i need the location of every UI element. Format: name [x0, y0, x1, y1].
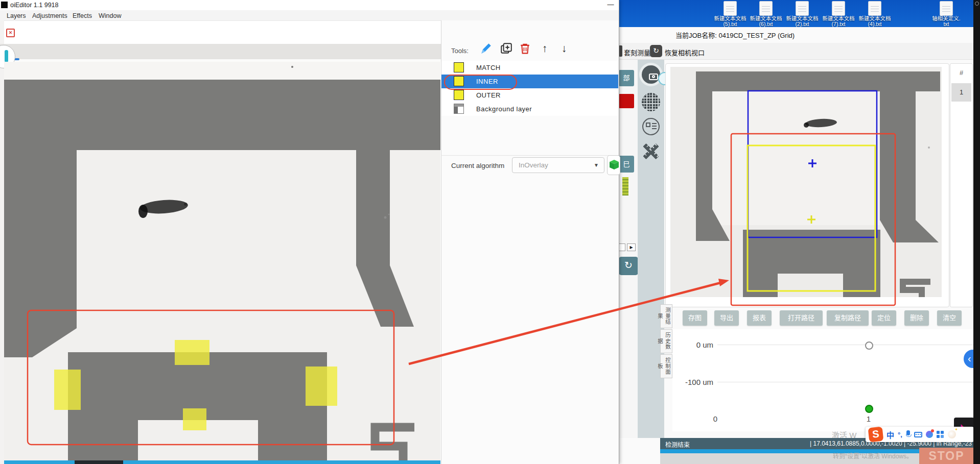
screen: 新建文本文档 (5).txt 新建文本文档 (6).txt 新建文本文档 (2)… — [0, 0, 980, 464]
layer-row-match[interactable]: MATCH — [441, 61, 618, 75]
tab-history-data[interactable]: 历史数据 — [660, 329, 672, 353]
sogou-logo-icon[interactable]: S — [868, 427, 884, 443]
desktop-icon-textdoc-2[interactable]: 新建文本文档 (2).txt — [784, 0, 821, 27]
roi-canvas-image[interactable] — [4, 62, 440, 464]
measure-rulers-icon[interactable] — [640, 140, 662, 163]
gridline-minus100um — [717, 382, 973, 382]
menu-layers[interactable]: Layers — [7, 12, 26, 19]
ime-toolbox-icon[interactable] — [937, 431, 944, 438]
cube-3d-button[interactable] — [607, 155, 620, 175]
layer-row-outer[interactable]: OUTER — [441, 88, 618, 102]
roi-yellow-top — [175, 340, 209, 365]
results-row-1[interactable]: 1 — [951, 83, 971, 102]
export-button[interactable]: 导出 — [714, 310, 739, 326]
report-button[interactable]: 报表 — [747, 310, 772, 326]
screen-edge-strip — [973, 0, 980, 464]
text-file-icon — [759, 1, 773, 16]
layer-name: MATCH — [476, 64, 501, 71]
emoji-icon[interactable] — [948, 430, 956, 438]
remove-image-icon[interactable]: ✕ — [6, 29, 15, 37]
ime-punctuation-icon[interactable]: °, — [898, 431, 902, 438]
tab-control-panel[interactable]: 控制面板 — [660, 354, 672, 378]
delete-button[interactable]: 删除 — [904, 310, 929, 326]
add-layer-icon[interactable] — [500, 42, 514, 56]
x-tick-0: 0 — [710, 414, 721, 423]
move-layer-up-icon[interactable]: ↑ — [538, 42, 552, 56]
layer-name: OUTER — [476, 91, 501, 99]
keyboard-icon[interactable] — [914, 432, 922, 437]
desktop-icon-axis-def[interactable]: 轴相关定义. txt — [928, 0, 965, 27]
layer-color-swatch — [454, 62, 464, 72]
ime-skin-icon[interactable] — [926, 431, 933, 438]
restore-camera-view-button[interactable]: 恢复相机视口 — [665, 47, 705, 57]
pencil-icon[interactable] — [479, 42, 494, 56]
tab-measure-results[interactable]: 测量结果 — [660, 304, 672, 328]
layer-row-background[interactable]: Background layer — [441, 102, 618, 116]
copy-path-button[interactable]: 复制路径 — [827, 310, 869, 326]
desktop-icon-textdoc-4[interactable]: 新建文本文档 (4).txt — [856, 0, 893, 27]
desktop-icon-textdoc-7[interactable]: 新建文本文档 (7).txt — [820, 0, 857, 27]
gridline-0um — [717, 345, 973, 345]
data-point-green[interactable] — [865, 405, 873, 413]
y-axis-label-minus100um: -100 um — [672, 378, 713, 386]
minimize-button[interactable]: — — [606, 1, 615, 9]
roi-yellow-left — [54, 370, 81, 410]
activate-windows-watermark-2: 转到“设置”以激活 Windows。 — [833, 451, 913, 460]
overlay-measure-button[interactable]: 套刻测量 — [624, 47, 650, 57]
text-file-icon — [940, 1, 953, 16]
desktop-icon-textdoc-5[interactable]: 新建文本文档 (5).txt — [712, 0, 749, 27]
current-algorithm-label: Current algorithm — [451, 162, 504, 169]
menu-window[interactable]: Window — [99, 12, 121, 19]
trash-icon[interactable] — [519, 42, 533, 56]
edge-clock-icon — [975, 2, 979, 6]
canvas-tab-strip — [0, 44, 441, 62]
ime-language-icon[interactable]: 中 — [886, 429, 894, 440]
algorithm-dropdown[interactable]: InOverlay ▼ — [512, 157, 604, 173]
color-scale-fragment — [622, 177, 628, 196]
y-axis-label-0um: 0 um — [672, 340, 713, 349]
microphone-icon[interactable] — [906, 430, 911, 438]
status-result-text: 检测结束 — [665, 440, 690, 449]
ime-toolbar[interactable]: S 中 °, — [866, 427, 974, 442]
data-point-open-circle[interactable] — [865, 341, 873, 350]
locate-button[interactable]: 定位 — [872, 310, 896, 326]
desktop-icon-textdoc-6[interactable]: 新建文本文档 (6).txt — [748, 0, 784, 27]
camera-refresh-icon: ↻ — [650, 45, 662, 57]
window-left-edge — [0, 20, 4, 464]
text-file-icon — [796, 1, 809, 16]
partial-button-si[interactable]: 巳 — [619, 156, 634, 173]
sync-settings-button[interactable]: ↻ — [619, 257, 638, 275]
text-file-icon — [832, 1, 845, 16]
clear-button[interactable]: 清空 — [937, 310, 962, 326]
inner-layer-red-annotation — [444, 75, 517, 90]
layer-name: Background layer — [476, 105, 532, 113]
results-header: # — [950, 69, 972, 77]
background-layer-thumbnail — [454, 104, 464, 114]
menu-adjustments[interactable]: Adjustments — [32, 12, 67, 19]
camera-preview-image[interactable] — [670, 67, 942, 297]
roi-editor-title: oiEditor 1.1 9918 — [10, 2, 59, 9]
move-layer-down-icon[interactable]: ↓ — [557, 42, 571, 56]
tool-glyph — [5, 50, 8, 62]
camera-tool-column — [638, 60, 664, 438]
chevron-down-icon: ▼ — [594, 162, 599, 168]
text-file-icon — [868, 1, 881, 16]
open-path-button[interactable]: 打开路径 — [780, 310, 823, 326]
x-tick-1: 1 — [863, 414, 874, 423]
menu-effects[interactable]: Effects — [73, 12, 92, 19]
save-image-button[interactable]: 存图 — [683, 310, 707, 326]
desktop-icon-label2: (5).txt — [712, 21, 749, 27]
play-step-button[interactable]: ▶ — [627, 243, 636, 251]
wafer-map-icon[interactable] — [642, 93, 660, 111]
roi-yellow-bottom — [183, 408, 206, 430]
roi-editor-menubar — [0, 10, 619, 21]
layer-color-swatch — [454, 90, 464, 100]
red-button-fragment[interactable] — [619, 94, 634, 108]
algorithm-value: InOverlay — [519, 161, 548, 169]
stop-watermark: STOP — [919, 448, 974, 464]
partial-button-bu[interactable]: 部 — [619, 70, 634, 86]
roi-editor-titlebar[interactable] — [0, 0, 619, 10]
panel-separator — [441, 155, 619, 156]
recipe-list-icon[interactable] — [642, 118, 660, 135]
text-file-icon — [724, 1, 737, 16]
